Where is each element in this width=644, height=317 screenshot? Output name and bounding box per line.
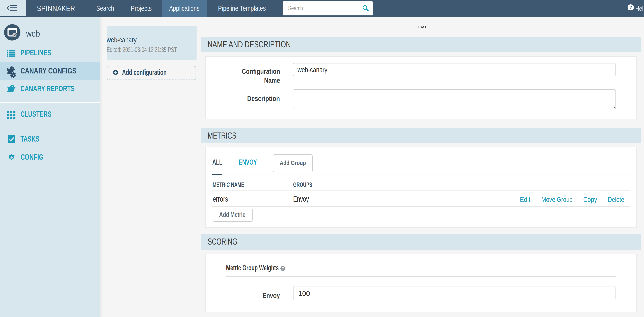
svg-text:?: ? bbox=[282, 266, 284, 270]
svg-text:?: ? bbox=[629, 5, 632, 10]
